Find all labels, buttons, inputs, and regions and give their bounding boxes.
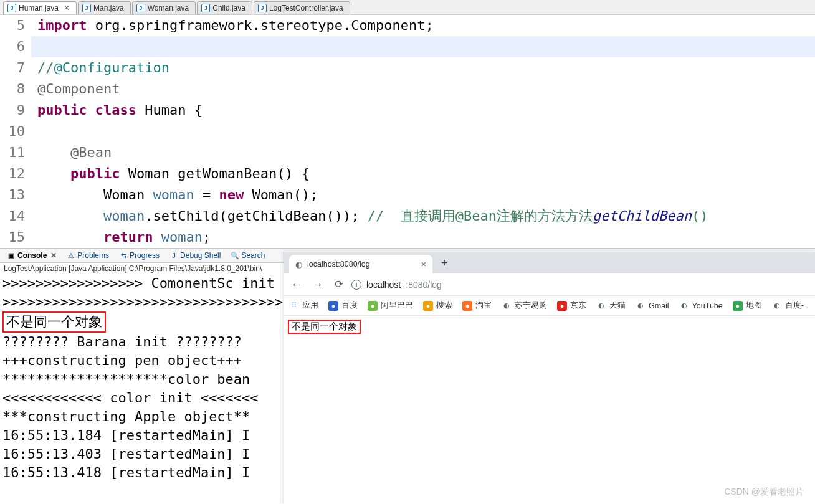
bookmark-favicon: ◐ [679,301,689,311]
bookmark-item[interactable]: ●搜索 [423,300,452,311]
code-line[interactable]: woman.setChild(getChildBean()); // 直接调用@… [31,206,815,227]
bookmark-item[interactable]: ●百度 [328,300,358,311]
line-number: 8 [0,78,25,100]
panel-tab-label: Problems [77,251,109,260]
browser-tab-row: ◐ localhost:8080/log × + [284,252,815,273]
code-line[interactable]: @Component [31,78,815,100]
code-line[interactable]: public class Human { [31,100,815,121]
editor-tab[interactable]: JLogTestController.java [254,1,350,14]
code-line[interactable]: return woman; [31,227,815,248]
bookmark-item[interactable]: ◐天猫 [596,300,626,311]
line-number: 10 [0,121,25,142]
close-icon[interactable]: ✕ [50,251,57,260]
bookmark-item[interactable]: ●淘宝 [462,300,492,311]
url-path: :8080/log [406,280,442,290]
reload-button[interactable]: ⟳ [330,276,348,293]
bookmark-item[interactable]: ◐百度- [772,300,804,311]
bookmark-item[interactable]: ●京东 [557,300,586,311]
line-number: 13 [0,184,25,206]
bookmark-favicon: ◐ [596,301,606,311]
bookmark-favicon: ● [423,301,433,311]
editor-tab[interactable]: JChild.java [197,1,252,14]
panel-tab[interactable]: 🔍Search [226,251,270,260]
panel-tab-label: Console [17,251,47,260]
code-editor[interactable]: 56789101112131415 import org.springframe… [0,15,815,248]
bookmark-label: 百度 [341,300,358,311]
bookmark-label: 天猫 [609,300,626,311]
code-line[interactable] [31,36,815,57]
panel-tab-label: Debug Shell [180,251,221,260]
apps-button[interactable]: ⠿ 应用 [289,300,318,311]
site-info-icon[interactable]: i [351,280,361,290]
close-icon[interactable]: ✕ [64,4,70,12]
browser-tab[interactable]: ◐ localhost:8080/log × [289,255,432,273]
watermark: CSDN @爱看老照片 [724,487,804,498]
java-file-icon: J [258,4,267,12]
bookmark-item[interactable]: ◐Gmail [636,301,669,311]
close-icon[interactable]: × [421,259,426,269]
forward-button[interactable]: → [309,276,326,293]
bookmark-label: 地图 [746,300,762,311]
panel-tab-icon: ⇆ [119,251,128,260]
bookmarks-bar: ⠿ 应用 ●百度●阿里巴巴●搜索●淘宝◐苏宁易购●京东◐天猫◐Gmail◐You… [284,296,815,316]
code-line[interactable] [31,121,815,142]
bookmark-label: 京东 [570,300,586,311]
bookmark-favicon: ● [557,301,567,311]
bookmark-label: Gmail [649,302,669,310]
code-line[interactable]: import org.springframework.stereotype.Co… [31,15,815,36]
java-file-icon: J [82,4,91,12]
bookmark-item[interactable]: ◐YouTube [679,301,723,311]
java-file-icon: J [136,4,145,12]
line-number: 11 [0,142,25,163]
bookmark-label: 百度- [785,300,804,311]
browser-toolbar: ← → ⟳ i localhost:8080/log [284,273,815,296]
code-line[interactable]: public Woman getWomanBean() { [31,163,815,184]
editor-tab[interactable]: JWoman.java [132,1,196,14]
panel-tab-icon: ▣ [7,251,16,260]
panel-tab[interactable]: ⚠Problems [62,251,114,260]
line-number: 7 [0,57,25,78]
new-tab-button[interactable]: + [441,257,448,270]
tab-label: Child.java [212,4,245,12]
code-line[interactable]: Woman woman = new Woman(); [31,184,815,206]
code-line[interactable]: @Bean [31,142,815,163]
editor-tab-bar: JHuman.java✕JMan.javaJWoman.javaJChild.j… [0,0,815,15]
line-number-gutter: 56789101112131415 [0,15,31,248]
back-button[interactable]: ← [288,276,305,293]
line-number: 9 [0,100,25,121]
tab-label: Woman.java [148,4,189,12]
bookmark-label: 阿里巴巴 [381,300,413,311]
bookmark-favicon: ◐ [636,301,646,311]
editor-tab[interactable]: JHuman.java✕ [3,1,77,14]
bookmark-item[interactable]: ●地图 [733,300,762,311]
line-number: 12 [0,163,25,184]
globe-icon: ◐ [295,260,302,269]
panel-tab[interactable]: JDebug Shell [164,251,226,260]
bookmark-favicon: ● [733,301,743,311]
bookmark-label: 搜索 [436,300,452,311]
bookmark-label: 苏宁易购 [515,300,547,311]
apps-icon: ⠿ [289,301,299,311]
panel-tab[interactable]: ▣Console✕ [2,251,62,260]
line-number: 15 [0,227,25,248]
code-area[interactable]: import org.springframework.stereotype.Co… [31,15,815,248]
response-text: 不是同一个对象 [288,320,361,334]
tab-label: Human.java [19,4,59,12]
panel-tab[interactable]: ⇆Progress [114,251,164,260]
editor-tab[interactable]: JMan.java [78,1,131,14]
bookmark-label: YouTube [692,302,723,310]
panel-tab-icon: J [169,251,178,260]
java-file-icon: J [201,4,210,12]
browser-tab-title: localhost:8080/log [307,260,370,269]
url-host: localhost [366,280,401,290]
address-bar[interactable]: i localhost:8080/log [351,280,442,290]
bookmark-item[interactable]: ◐苏宁易购 [502,300,547,311]
bookmark-favicon: ◐ [502,301,512,311]
code-line[interactable]: //@Configuration [31,57,815,78]
panel-tab-icon: 🔍 [231,251,239,260]
bookmark-item[interactable]: ●阿里巴巴 [368,300,413,311]
panel-tab-label: Progress [130,251,160,260]
bookmark-favicon: ● [328,301,338,311]
panel-tab-icon: ⚠ [67,251,75,260]
tab-label: LogTestController.java [269,4,343,12]
